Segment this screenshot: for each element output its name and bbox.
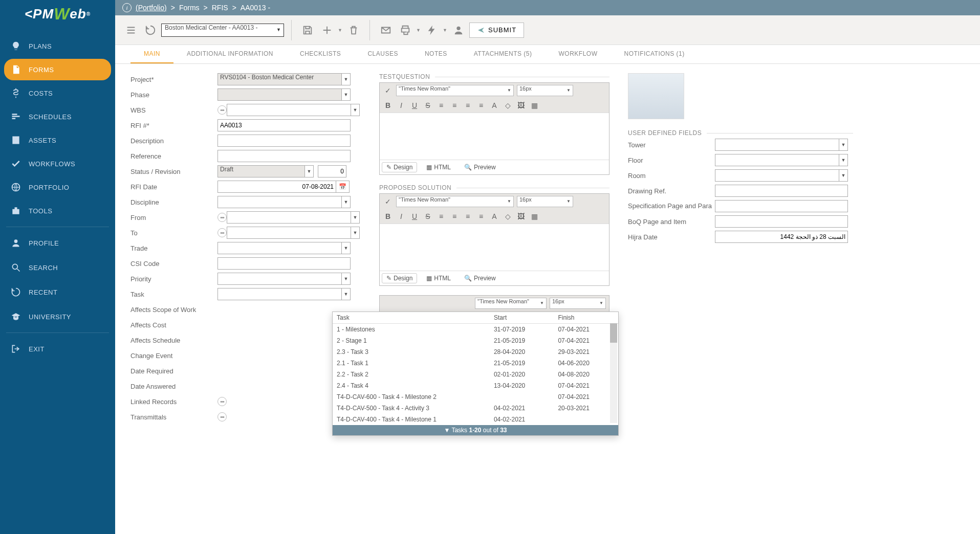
tab-main[interactable]: MAIN: [130, 45, 173, 63]
align-left-icon[interactable]: ≡: [436, 211, 446, 221]
nav-tools[interactable]: TOOLS: [4, 200, 111, 221]
revision-field[interactable]: [318, 165, 346, 177]
list-icon[interactable]: [122, 21, 140, 39]
submit-button[interactable]: SUBMIT: [469, 23, 524, 38]
person-button[interactable]: [450, 21, 467, 39]
reference-field[interactable]: [217, 150, 351, 162]
priority-field[interactable]: [217, 273, 341, 285]
from-lookup[interactable]: •••: [217, 213, 227, 222]
room-field[interactable]: [715, 169, 839, 182]
tab-notes[interactable]: NOTES: [411, 45, 461, 63]
breadcrumb-portfolio[interactable]: (Portfolio): [136, 4, 167, 12]
align-center-icon[interactable]: ≡: [449, 100, 460, 110]
tab-checklists[interactable]: CHECKLISTS: [287, 45, 354, 63]
html-tab[interactable]: ▦HTML: [422, 162, 455, 172]
rfino-field[interactable]: [217, 119, 351, 131]
preview-tab[interactable]: 🔍Preview: [460, 273, 500, 283]
design-tab[interactable]: ✎Design: [382, 273, 417, 283]
nav-schedules[interactable]: SCHEDULES: [4, 106, 111, 127]
proposed-body[interactable]: [380, 224, 609, 271]
thumbnail[interactable]: [628, 73, 684, 119]
align-right-icon[interactable]: ≡: [463, 211, 473, 221]
discipline-field[interactable]: [217, 196, 341, 208]
wbs-arrow[interactable]: ▼: [351, 104, 360, 116]
nav-plans[interactable]: PLANS: [4, 35, 111, 57]
task-row[interactable]: 1 - Milestones31-07-201907-04-2021: [333, 324, 618, 336]
nav-assets[interactable]: ASSETS: [4, 129, 111, 151]
trade-field[interactable]: [217, 242, 341, 254]
task-row[interactable]: 2.4 - Task 413-04-202007-04-2021: [333, 380, 618, 391]
linked-lookup[interactable]: •••: [217, 397, 227, 406]
nav-portfolio[interactable]: PORTFOLIO: [4, 176, 111, 198]
phase-field[interactable]: [217, 88, 341, 101]
bolt-button[interactable]: [423, 21, 441, 39]
spec-field[interactable]: [715, 200, 848, 212]
transmittals-lookup[interactable]: •••: [217, 412, 227, 421]
to-lookup[interactable]: •••: [217, 228, 227, 237]
design-tab[interactable]: ✎Design: [382, 162, 417, 172]
text-color-icon[interactable]: A: [489, 100, 499, 110]
task-row[interactable]: T4-D-CAV-600 - Task 4 - Milestone 207-04…: [333, 391, 618, 403]
task-row[interactable]: 2 - Stage 121-05-201907-04-2021: [333, 335, 618, 346]
size-select[interactable]: 16px: [517, 85, 573, 96]
add-button[interactable]: [318, 21, 336, 39]
italic-icon[interactable]: I: [396, 211, 406, 221]
task-row[interactable]: 2.3 - Task 328-04-202029-03-2021: [333, 346, 618, 358]
col-start[interactable]: Start: [490, 312, 554, 324]
status-field[interactable]: Draft: [217, 165, 304, 177]
align-right-icon[interactable]: ≡: [463, 100, 473, 110]
tab-attachments[interactable]: ATTACHMENTS (5): [461, 45, 546, 63]
testquestion-body[interactable]: [380, 113, 609, 160]
wbs-lookup[interactable]: •••: [217, 105, 227, 115]
bg-color-icon[interactable]: ◇: [503, 100, 513, 110]
align-center-icon[interactable]: ≡: [449, 211, 460, 221]
phase-arrow[interactable]: ▼: [341, 88, 351, 101]
status-arrow[interactable]: ▼: [304, 165, 314, 177]
nav-workflows[interactable]: WORKFLOWS: [4, 153, 111, 174]
priority-arrow[interactable]: ▼: [341, 273, 351, 285]
font-select[interactable]: "Times New Roman": [396, 85, 514, 96]
nav-recent[interactable]: RECENT: [4, 281, 111, 303]
task-row[interactable]: T4-D-CAV-500 - Task 4 - Activity 304-02-…: [333, 403, 618, 414]
scrollbar[interactable]: [610, 323, 617, 423]
tab-clauses[interactable]: CLAUSES: [354, 45, 411, 63]
task-arrow[interactable]: ▼: [341, 288, 351, 300]
room-arrow[interactable]: ▼: [839, 169, 848, 182]
task-row[interactable]: 2.2 - Task 202-01-202004-08-2020: [333, 369, 618, 380]
delete-button[interactable]: [345, 21, 362, 39]
hijra-field[interactable]: [715, 231, 848, 243]
col-finish[interactable]: Finish: [554, 312, 618, 324]
task-row[interactable]: T4-D-CAV-400 - Task 4 - Milestone 104-02…: [333, 414, 618, 425]
align-justify-icon[interactable]: ≡: [476, 211, 486, 221]
nav-forms[interactable]: FORMS: [4, 59, 111, 80]
font-select[interactable]: "Times New Roman": [475, 298, 547, 309]
tower-field[interactable]: [715, 139, 839, 151]
text-color-icon[interactable]: A: [489, 211, 499, 221]
record-selector[interactable]: Boston Medical Center - AA0013 -: [161, 24, 284, 37]
table-icon[interactable]: ▦: [529, 211, 539, 221]
trade-arrow[interactable]: ▼: [341, 242, 351, 254]
underline-icon[interactable]: U: [409, 100, 420, 110]
spellcheck-icon[interactable]: ✓: [383, 196, 393, 207]
rfidate-field[interactable]: [217, 181, 336, 193]
tab-additional[interactable]: ADDITIONAL INFORMATION: [173, 45, 287, 63]
preview-tab[interactable]: 🔍Preview: [460, 162, 500, 172]
bold-icon[interactable]: B: [383, 100, 393, 110]
project-field[interactable]: RVS0104 - Boston Medical Center: [217, 73, 341, 85]
bolt-dropdown[interactable]: ▼: [443, 28, 448, 33]
print-dropdown[interactable]: ▼: [416, 28, 421, 33]
size-select[interactable]: 16px: [517, 196, 573, 207]
discipline-arrow[interactable]: ▼: [341, 196, 351, 208]
align-justify-icon[interactable]: ≡: [476, 100, 486, 110]
font-select[interactable]: "Times New Roman": [396, 196, 514, 207]
bg-color-icon[interactable]: ◇: [503, 211, 513, 221]
save-button[interactable]: [299, 21, 316, 39]
boq-field[interactable]: [715, 215, 848, 228]
nav-search[interactable]: SEARCH: [4, 257, 111, 278]
description-field[interactable]: [217, 135, 351, 147]
size-select[interactable]: 16px: [550, 298, 606, 309]
italic-icon[interactable]: I: [396, 100, 406, 110]
col-task[interactable]: Task: [333, 312, 490, 324]
drawing-field[interactable]: [715, 185, 848, 197]
floor-field[interactable]: [715, 154, 839, 166]
